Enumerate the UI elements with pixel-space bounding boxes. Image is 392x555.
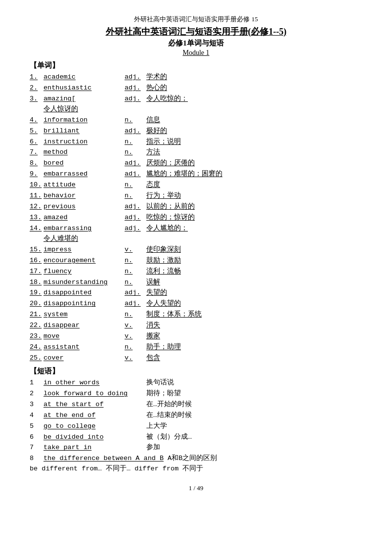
word-list-item: 15.impressv.使印象深刻 — [30, 245, 362, 255]
main-title: 外研社高中英语词汇与短语实用手册(必修1--5) — [30, 26, 362, 38]
word-list-item: 18.misunderstandingn.误解 — [30, 278, 362, 288]
word-list-item: 3.amazing[adj.令人吃惊的；令人惊讶的 — [30, 94, 362, 115]
page-footer: 1 / 49 — [30, 484, 362, 492]
word-list-item: 12.previousadj.以前的；从前的 — [30, 202, 362, 212]
word-list-item: 9.embarrassedadj.尴尬的；难堪的；困窘的 — [30, 169, 362, 180]
word-list-item: 10.attituden.态度 — [30, 180, 362, 190]
words-section-title: 【单词】 — [30, 61, 362, 70]
module-heading: Module 1 — [30, 49, 362, 57]
phrase-list: 1in other words换句话说2look forward to doin… — [30, 378, 362, 474]
word-list-item: 11.behaviorn.行为；举动 — [30, 191, 362, 201]
phrase-list-item: 8the difference between A and BA和B之间的区别b… — [30, 454, 362, 474]
word-list-item: 19.disappointedadj.失望的 — [30, 288, 362, 298]
phrase-list-item: 4at the end of在…结束的时候 — [30, 411, 362, 421]
word-list-item: 1.academicadj.学术的 — [30, 72, 362, 83]
word-list-item: 13.amazedadj.吃惊的；惊讶的 — [30, 213, 362, 223]
word-list-item: 20.disappointingadj.令人失望的 — [30, 299, 362, 309]
word-list-item: 25.coverv.包含 — [30, 353, 362, 364]
phrase-list-item: 5go to college上大学 — [30, 421, 362, 432]
word-list-item: 22.disappearv.消失 — [30, 321, 362, 331]
word-list-item: 17.fluencyn.流利；流畅 — [30, 267, 362, 277]
word-list-item: 2.enthusiasticadj.热心的 — [30, 83, 362, 93]
word-list-item: 5.brilliantadj.极好的 — [30, 126, 362, 137]
word-list-item: 4.informationn.信息 — [30, 115, 362, 126]
subtitle: 外研社高中英语词汇与短语实用手册必修 15 — [30, 15, 362, 24]
sub-heading: 必修1单词与短语 — [30, 39, 362, 48]
word-list-item: 7.methodn.方法 — [30, 147, 362, 158]
phrase-list-item: 6be divided into被（划）分成… — [30, 432, 362, 443]
word-list-item: 16.encouragementn.鼓励；激励 — [30, 256, 362, 266]
word-list-item: 21.systemn.制度；体系；系统 — [30, 310, 362, 320]
word-list-item: 8.boredadj.厌烦的；厌倦的 — [30, 158, 362, 169]
word-list-item: 6.instructionn.指示；说明 — [30, 137, 362, 147]
phrases-section-title: 【短语】 — [30, 367, 362, 376]
phrase-list-item: 3at the start of在…开始的时候 — [30, 400, 362, 410]
word-list: 1.academicadj.学术的2.enthusiasticadj.热心的3.… — [30, 72, 362, 364]
phrase-list-item: 7take part in参加 — [30, 443, 362, 453]
word-list-item: 24.assistantn.助手；助理 — [30, 342, 362, 353]
phrase-list-item: 2look forward to doing期待；盼望 — [30, 389, 362, 399]
word-list-item: 23.movev.搬家 — [30, 331, 362, 342]
word-list-item: 14.embarrassingadj.令人尴尬的；令人难堪的 — [30, 224, 362, 244]
phrase-list-item: 1in other words换句话说 — [30, 378, 362, 388]
